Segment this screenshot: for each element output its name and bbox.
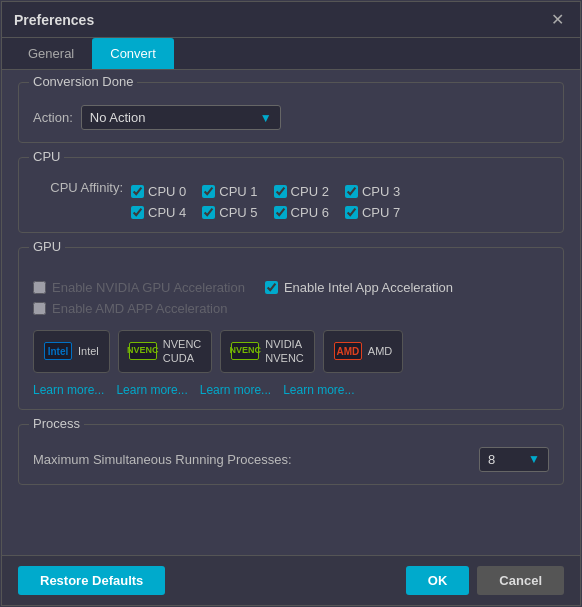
intel-app-label: Enable Intel App Acceleration — [284, 280, 453, 295]
cpu-7[interactable]: CPU 7 — [345, 205, 400, 220]
gpu-section: GPU Enable NVIDIA GPU Acceleration Enabl… — [18, 247, 564, 410]
nvidia-gpu-label: Enable NVIDIA GPU Acceleration — [52, 280, 245, 295]
conversion-done-title: Conversion Done — [29, 74, 137, 89]
cpu-0[interactable]: CPU 0 — [131, 184, 186, 199]
intel-app-checkbox[interactable] — [265, 281, 278, 294]
amd-app-checkbox[interactable] — [33, 302, 46, 315]
cpu-title: CPU — [29, 149, 64, 164]
cancel-button[interactable]: Cancel — [477, 566, 564, 595]
learn-more-amd[interactable]: Learn more... — [283, 383, 354, 397]
cpu-1[interactable]: CPU 1 — [202, 184, 257, 199]
content-area: Conversion Done Action: No Action ▼ CPU … — [2, 70, 580, 555]
process-title: Process — [29, 416, 84, 431]
cpu-row-0: CPU 0 CPU 1 CPU 2 CPU 3 — [131, 184, 400, 199]
amd-icon: AMD — [334, 342, 362, 360]
amd-app-label: Enable AMD APP Acceleration — [52, 301, 227, 316]
gpu-card-intel[interactable]: Intel Intel — [33, 330, 110, 373]
action-dropdown-value: No Action — [90, 110, 146, 125]
process-section: Process Maximum Simultaneous Running Pro… — [18, 424, 564, 485]
footer: Restore Defaults OK Cancel — [2, 555, 580, 605]
dialog-title: Preferences — [14, 12, 94, 28]
learn-more-row: Learn more... Learn more... Learn more..… — [33, 383, 549, 397]
process-row: Maximum Simultaneous Running Processes: … — [33, 447, 549, 472]
nvidia-gpu-checkbox[interactable] — [33, 281, 46, 294]
gpu-cards: Intel Intel NVENC NVENC CUDA NVENC NVIDI… — [33, 330, 549, 373]
gpu-title: GPU — [29, 239, 65, 254]
ok-button[interactable]: OK — [406, 566, 470, 595]
action-dropdown[interactable]: No Action ▼ — [81, 105, 281, 130]
action-label: Action: — [33, 110, 73, 125]
gpu-card-nvenc-cuda[interactable]: NVENC NVENC CUDA — [118, 330, 213, 373]
max-processes-value: 8 — [488, 452, 495, 467]
gpu-card-amd-label: AMD — [368, 344, 392, 358]
title-bar: Preferences ✕ — [2, 2, 580, 38]
cpu-6[interactable]: CPU 6 — [274, 205, 329, 220]
cpu-2[interactable]: CPU 2 — [274, 184, 329, 199]
max-processes-label: Maximum Simultaneous Running Processes: — [33, 452, 292, 467]
nvidia-nvenc-icon: NVENC — [231, 342, 259, 360]
gpu-card-nvenc-cuda-label: NVENC CUDA — [163, 337, 202, 366]
gpu-card-nvidia-nvenc[interactable]: NVENC NVIDIA NVENC — [220, 330, 315, 373]
amd-app-option[interactable]: Enable AMD APP Acceleration — [33, 301, 549, 316]
learn-more-nvidia-nvenc[interactable]: Learn more... — [200, 383, 271, 397]
max-processes-arrow: ▼ — [528, 452, 540, 466]
cpu-grid: CPU 0 CPU 1 CPU 2 CPU 3 CPU 4 CPU 5 CPU … — [131, 184, 400, 220]
action-dropdown-arrow: ▼ — [260, 111, 272, 125]
cpu-row-1: CPU 4 CPU 5 CPU 6 CPU 7 — [131, 205, 400, 220]
cpu-3[interactable]: CPU 3 — [345, 184, 400, 199]
tab-general[interactable]: General — [10, 38, 92, 69]
intel-icon: Intel — [44, 342, 72, 360]
cpu-0-label: CPU 0 — [148, 184, 186, 199]
gpu-card-intel-label: Intel — [78, 344, 99, 358]
cpu-4-label: CPU 4 — [148, 205, 186, 220]
learn-more-nvenc-cuda[interactable]: Learn more... — [116, 383, 187, 397]
max-processes-dropdown[interactable]: 8 ▼ — [479, 447, 549, 472]
nvidia-gpu-option[interactable]: Enable NVIDIA GPU Acceleration — [33, 280, 245, 295]
cpu-5[interactable]: CPU 5 — [202, 205, 257, 220]
cpu-4[interactable]: CPU 4 — [131, 205, 186, 220]
tab-bar: General Convert — [2, 38, 580, 70]
gpu-card-nvidia-nvenc-label: NVIDIA NVENC — [265, 337, 304, 366]
learn-more-intel[interactable]: Learn more... — [33, 383, 104, 397]
cpu-7-label: CPU 7 — [362, 205, 400, 220]
cpu-affinity-label: CPU Affinity: — [33, 180, 123, 195]
footer-right-buttons: OK Cancel — [406, 566, 564, 595]
cpu-6-label: CPU 6 — [291, 205, 329, 220]
gpu-card-amd[interactable]: AMD AMD — [323, 330, 403, 373]
nvenc-cuda-icon: NVENC — [129, 342, 157, 360]
cpu-1-label: CPU 1 — [219, 184, 257, 199]
cpu-section: CPU CPU Affinity: CPU 0 CPU 1 CPU 2 CPU … — [18, 157, 564, 233]
intel-app-option[interactable]: Enable Intel App Acceleration — [265, 280, 453, 295]
cpu-2-label: CPU 2 — [291, 184, 329, 199]
cpu-3-label: CPU 3 — [362, 184, 400, 199]
tab-convert[interactable]: Convert — [92, 38, 174, 69]
cpu-5-label: CPU 5 — [219, 205, 257, 220]
action-row: Action: No Action ▼ — [33, 105, 549, 130]
close-button[interactable]: ✕ — [547, 10, 568, 30]
restore-defaults-button[interactable]: Restore Defaults — [18, 566, 165, 595]
conversion-done-section: Conversion Done Action: No Action ▼ — [18, 82, 564, 143]
preferences-dialog: Preferences ✕ General Convert Conversion… — [1, 1, 581, 606]
